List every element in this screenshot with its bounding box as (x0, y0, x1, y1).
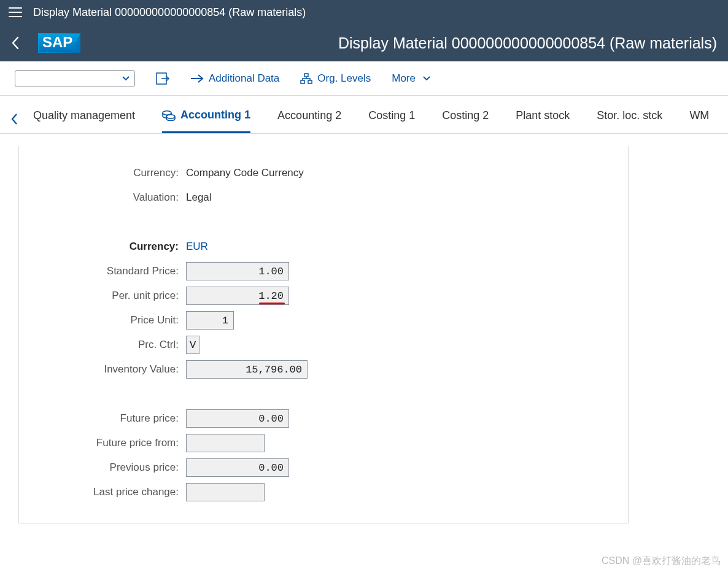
label-future-price: Future price: (34, 412, 184, 425)
shell-header: SAP Display Material 000000000000000854 … (0, 25, 728, 61)
tab-accounting-2[interactable]: Accounting 2 (277, 109, 341, 132)
field-standard-price: Standard Price: 1.00 (34, 259, 613, 284)
more-label: More (392, 72, 416, 85)
window-title: Display Material 000000000000000854 (Raw… (33, 6, 306, 19)
tab-label: Accounting 2 (277, 109, 341, 122)
label-std-price: Standard Price: (34, 265, 184, 277)
field-currency: Currency: EUR (34, 234, 613, 259)
org-levels-icon (300, 73, 312, 84)
label-currency: Currency: (34, 167, 184, 179)
back-icon[interactable] (11, 36, 20, 50)
field-inventory-value: Inventory Value: 15,796.00 (34, 357, 613, 382)
tab-label: Plant stock (516, 109, 570, 122)
input-future-price: 0.00 (186, 409, 289, 428)
field-previous-price: Previous price: 0.00 (34, 455, 613, 480)
tabs-prev-icon[interactable] (11, 113, 18, 128)
label-per-unit: Per. unit price: (34, 290, 184, 302)
chevron-down-icon (423, 76, 430, 81)
value-valuation: Legal (184, 191, 212, 204)
label-currency2: Currency: (34, 241, 184, 253)
field-currency-cc: Currency: Company Code Currency (34, 161, 613, 185)
label-last-change: Last price change: (34, 486, 184, 498)
toolbar: Additional Data Org. Levels More (0, 61, 728, 96)
sap-logo: SAP (38, 33, 80, 53)
label-prc-ctrl: Prc. Ctrl: (34, 339, 184, 351)
field-prc-ctrl: Prc. Ctrl: V (34, 333, 613, 357)
variant-dropdown[interactable] (15, 70, 135, 87)
input-future-from (186, 434, 265, 452)
tab-wm[interactable]: WM (689, 109, 709, 132)
label-future-from: Future price from: (34, 437, 184, 449)
org-levels-label: Org. Levels (317, 72, 371, 85)
field-valuation: Valuation: Legal (34, 185, 613, 210)
input-per-unit: 1.20 (186, 287, 289, 305)
input-prc-ctrl: V (186, 336, 199, 354)
svg-rect-4 (308, 80, 312, 83)
coins-icon (162, 110, 176, 121)
field-future-price: Future price: 0.00 (34, 406, 613, 431)
input-prev-price: 0.00 (186, 458, 289, 477)
tab-label: Costing 2 (442, 109, 489, 122)
tab-costing-1[interactable]: Costing 1 (368, 109, 415, 132)
input-inv-value: 15,796.00 (186, 360, 308, 379)
org-levels-button[interactable]: Org. Levels (300, 72, 371, 85)
additional-data-button[interactable]: Additional Data (190, 72, 279, 85)
arrow-right-icon (190, 74, 204, 83)
field-last-price-change: Last price change: (34, 480, 613, 504)
tab-label: Accounting 1 (180, 109, 250, 122)
export-icon[interactable] (156, 72, 169, 85)
shell-title: Display Material 000000000000000854 (Raw… (99, 34, 717, 52)
tab-plant-stock[interactable]: Plant stock (516, 109, 570, 132)
value-currency2: EUR (184, 241, 208, 253)
tab-costing-2[interactable]: Costing 2 (442, 109, 489, 132)
label-valuation: Valuation: (34, 191, 184, 204)
field-price-unit: Price Unit: 1 (34, 308, 613, 333)
tab-stor-loc-stck[interactable]: Stor. loc. stck (597, 109, 662, 132)
input-price-unit: 1 (186, 311, 234, 330)
tab-label: Costing 1 (368, 109, 415, 122)
tab-accounting-1[interactable]: Accounting 1 (162, 109, 250, 133)
tab-label: Quality management (33, 109, 135, 122)
more-button[interactable]: More (392, 72, 430, 85)
svg-point-6 (166, 114, 175, 118)
title-bar: Display Material 000000000000000854 (Raw… (0, 0, 728, 25)
content-area: Currency: Company Code Currency Valuatio… (0, 134, 728, 536)
label-prev-price: Previous price: (34, 461, 184, 474)
label-inv-value: Inventory Value: (34, 363, 184, 376)
tab-quality-management[interactable]: Quality management (33, 109, 135, 132)
tabs-row: Quality management Accounting 1 Accounti… (0, 96, 728, 134)
watermark: CSDN @喜欢打酱油的老鸟 (602, 555, 721, 568)
svg-rect-2 (304, 74, 308, 77)
tab-label: WM (689, 109, 709, 122)
svg-rect-3 (301, 80, 304, 83)
field-future-price-from: Future price from: (34, 431, 613, 455)
chevron-down-icon (122, 76, 130, 81)
value-currency: Company Code Currency (184, 167, 304, 179)
tab-label: Stor. loc. stck (597, 109, 662, 122)
field-per-unit-price: Per. unit price: 1.20 (34, 284, 613, 308)
label-price-unit: Price Unit: (34, 314, 184, 326)
additional-data-label: Additional Data (209, 72, 279, 85)
input-std-price: 1.00 (186, 262, 289, 280)
form-panel: Currency: Company Code Currency Valuatio… (18, 146, 629, 523)
menu-icon[interactable] (9, 7, 22, 17)
input-last-change (186, 483, 265, 501)
